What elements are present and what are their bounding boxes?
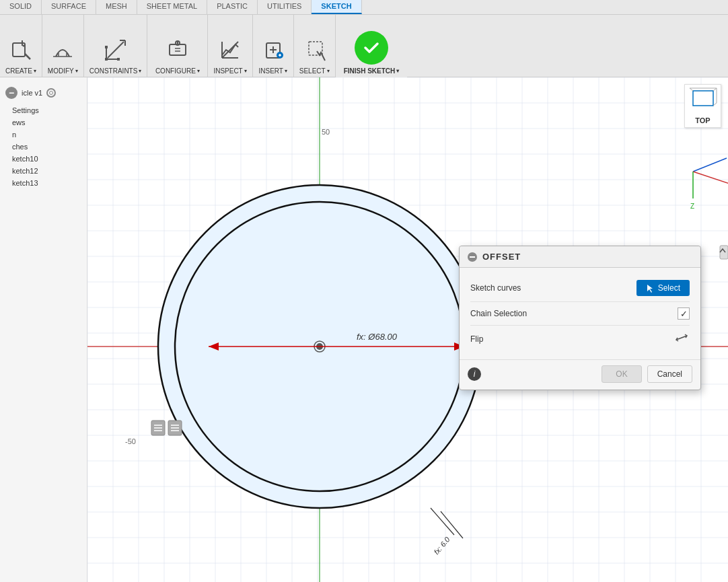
sketch-curves-label: Sketch curves [470,283,551,293]
finish-sketch-button[interactable]: FINISH SKETCH▾ [336,15,408,77]
tab-mesh[interactable]: MESH [96,0,137,14]
dialog-body: Sketch curves Select Chain Selection [460,268,700,359]
tab-sheetmetal[interactable]: SHEET METAL [137,0,207,14]
flip-icon[interactable] [674,331,690,347]
svg-rect-13 [105,58,108,61]
info-icon[interactable]: i [468,367,481,381]
ok-button[interactable]: OK [602,365,641,383]
chain-selection-label: Chain Selection [470,309,551,318]
sidebar-sketch13[interactable]: ketch13 [5,177,81,189]
finish-sketch-label: FINISH SKETCH▾ [344,67,400,75]
sidebar-target-icon [46,88,56,98]
constraint-icon-1 [151,421,165,435]
constraints-icon [101,35,131,65]
chain-selection-row: Chain Selection [470,302,690,326]
dialog-buttons: OK Cancel [602,365,692,383]
sidebar-item1[interactable]: n [5,129,81,141]
toolbar-modify[interactable]: MODIFY▾ [42,15,84,77]
select-label: SELECT▾ [299,67,330,75]
flip-control [674,331,690,347]
offset-tick2 [441,511,463,538]
top-indicator: TOP [684,84,721,128]
configure-label: CONFIGURE▾ [155,67,200,75]
cursor-icon [646,283,655,293]
axis-label-50: 50 [322,128,330,136]
chain-selection-control [678,307,690,320]
toolbar-inspect[interactable]: INSPECT▾ [208,15,252,77]
svg-marker-90 [647,285,653,293]
dialog-title: OFFSET [482,252,521,262]
svg-line-7 [108,42,124,58]
sidebar-settings[interactable]: Settings [5,104,81,116]
tab-utilities[interactable]: UTILITIES [258,0,312,14]
tab-surface[interactable]: SURFACE [42,0,96,14]
sidebar-sketch12[interactable]: ketch12 [5,165,81,177]
svg-rect-84 [693,91,713,106]
svg-line-91 [676,336,687,340]
inspect-icon [215,35,245,65]
grid-canvas: 50 25 -25 -50 fx: Ø68.00 fx: 6.0 [87,77,728,582]
sidebar-views[interactable]: ews [5,116,81,129]
svg-rect-15 [170,44,186,55]
z-label: Z [690,203,694,210]
configure-icon [163,35,192,65]
svg-line-85 [690,88,693,91]
axis-label-neg50: -50 [125,437,136,445]
toolbar-configure[interactable]: CONFIGURE▾ [147,15,208,77]
flip-row: Flip [470,326,690,353]
tab-plastic[interactable]: PLASTIC [207,0,258,14]
constraint-icon-2 [168,421,182,435]
modify-label: MODIFY▾ [48,67,78,75]
modify-icon [48,35,77,65]
insert-icon [258,35,288,65]
flip-label: Flip [470,334,551,344]
toolbar-insert[interactable]: INSERT▾ [253,15,294,77]
cancel-button[interactable]: Cancel [647,365,692,383]
constraints-label: CONSTRAINTS▾ [89,67,142,75]
top-label: TOP [695,116,710,124]
create-label: CREATE▾ [5,67,36,75]
svg-line-2 [25,54,30,59]
toolbar-constraints[interactable]: CONSTRAINTS▾ [84,15,148,77]
chain-selection-checkbox[interactable] [678,307,690,320]
offset-label: fx: 6.0 [432,535,451,556]
sidebar: − icle v1 Settings ews n ches ketch10 ke… [0,77,87,582]
sidebar-component-label: icle v1 [22,89,42,97]
sidebar-sketch10[interactable]: ketch10 [5,153,81,165]
coord-y-axis [693,158,727,172]
insert-label: INSERT▾ [258,67,287,75]
dialog-close-icon[interactable] [468,252,477,262]
inspect-label: INSPECT▾ [213,67,246,75]
select-icon [299,35,329,65]
tab-sketch[interactable]: SKETCH [312,0,361,14]
svg-point-3 [22,45,24,47]
svg-rect-83 [720,246,728,259]
svg-line-86 [713,88,717,91]
offset-dialog: OFFSET Sketch curves Select [459,246,701,390]
select-button[interactable]: Select [636,280,690,296]
flip-arrows-icon [674,332,689,347]
toolbar-create[interactable]: CREATE▾ [0,15,42,77]
sketch-curves-row: Sketch curves Select [470,275,690,302]
tab-solid[interactable]: SOLID [0,0,42,14]
sidebar-ches[interactable]: ches [5,141,81,153]
dialog-footer: i OK Cancel [460,359,700,390]
finish-check-icon [355,31,388,65]
svg-rect-14 [117,58,120,61]
toolbar-select[interactable]: SELECT▾ [294,15,336,77]
collapse-arrow[interactable] [720,246,728,259]
dialog-header: OFFSET [460,246,700,268]
coord-x-axis [693,172,728,185]
sidebar-minus-btn[interactable]: − [5,87,17,99]
svg-rect-12 [105,46,108,48]
sketch-curves-control: Select [636,280,690,296]
create-icon [6,35,36,65]
dimension-label: fx: Ø68.00 [357,332,398,342]
